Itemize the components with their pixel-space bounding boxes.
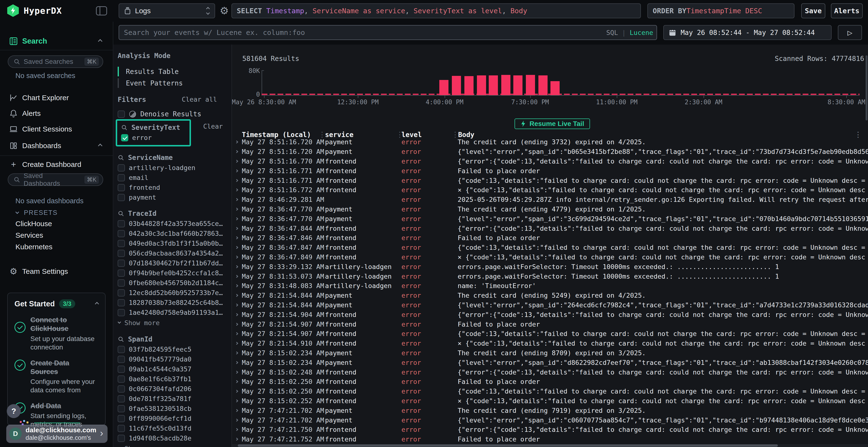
results-histogram[interactable]: 80K 0 May 26 8:30:00 AM12:30:00 PM4:00:0… [232,44,868,107]
table-row[interactable]: May 27 8:46:29.281 AMerror2025-05-26T09:… [232,195,868,204]
table-row[interactable]: May 27 8:21:54.907 AMfrontenderror{"code… [232,329,868,339]
table-row[interactable]: May 27 7:47:21.702 AMpaymenterrorThe cre… [232,406,868,415]
alerts-button[interactable]: Alerts [831,3,863,18]
histogram-bar[interactable] [526,75,535,95]
sidebar-item-client-sessions[interactable]: Client Sessions [0,123,113,135]
filter-item[interactable]: 049ed0ac3fdb1f3f15a0b0b… [116,238,223,248]
table-row[interactable]: May 27 8:51:16.771 AMfrontenderror{"code… [232,176,868,185]
checkbox[interactable] [118,366,125,373]
checkbox[interactable] [118,395,125,403]
saved-searches-input[interactable]: Saved Searches ⌘K [8,56,103,68]
table-row[interactable]: May 27 8:51:16.720 AMpaymenterrorThe cre… [232,137,868,147]
filter-group-name[interactable]: TraceId [128,209,156,217]
sidebar-collapse-icon[interactable] [96,6,107,15]
filter-item[interactable]: email [116,173,195,182]
table-row[interactable]: May 27 8:21:54.907 AMfrontenderrorFailed… [232,319,868,329]
filter-item[interactable]: 03f7b824595feec5 [116,344,191,354]
checkbox[interactable] [118,240,125,247]
brand[interactable]: HyperDX [7,4,62,17]
sidebar-item-team-settings[interactable]: ⚙ Team Settings [0,265,113,278]
checkbox[interactable] [118,346,125,353]
filter-item[interactable]: 056cd9acbaac8637a4354a2… [116,248,223,258]
toggle-sql[interactable]: SQL [606,29,618,36]
table-row[interactable]: May 27 8:51:16.772 AMfrontenderror× {"co… [232,185,868,195]
checkbox[interactable] [118,405,125,412]
histogram-bar[interactable] [452,76,461,95]
filter-item[interactable]: 0c0667304fafd206 [116,384,191,394]
checkbox[interactable] [118,289,125,297]
horizontal-scrollbar-thumb[interactable] [238,444,778,447]
chevron-up-icon[interactable] [95,302,99,306]
preset-services[interactable]: Services [16,231,43,239]
checkbox[interactable] [118,279,125,286]
checkbox[interactable] [118,425,125,432]
table-row[interactable]: May 27 8:15:02.250 AMfrontenderrorFailed… [232,377,868,386]
filter-item[interactable]: 07d184304627bf2f11b67dd… [116,258,223,268]
table-row[interactable]: May 27 8:15:02.248 AMfrontenderror{"erro… [232,367,868,377]
checkbox[interactable] [118,415,125,422]
table-row[interactable]: May 27 7:47:21.702 AMpaymenterror{"level… [232,415,868,425]
checkbox[interactable] [118,230,125,237]
table-row[interactable]: May 27 8:36:47.844 AMfrontenderror{"erro… [232,224,868,233]
table-row[interactable]: May 27 8:36:47.847 AMfrontenderror{"code… [232,243,868,252]
histogram-bar[interactable] [513,75,523,95]
table-row[interactable]: May 27 8:36:47.770 AMpaymenterrorThe cre… [232,204,868,214]
filter-item[interactable]: 1d94f08c5acdb28e [116,433,191,443]
table-row[interactable]: May 27 8:15:02.234 AMpaymenterrorThe cre… [232,348,868,358]
filter-item[interactable]: 09ab1c4544c9a357 [116,364,191,374]
checkbox[interactable] [118,110,125,118]
checkbox[interactable] [118,260,125,267]
filter-item[interactable]: 12ec8dd52b60b9525733b7e… [116,288,223,298]
save-button[interactable]: Save [801,3,825,18]
histogram-bar[interactable] [538,75,548,95]
step-title[interactable]: Create Data Sources [30,358,98,376]
checkbox[interactable] [118,194,125,201]
checkbox[interactable] [118,309,125,316]
table-row[interactable]: May 27 8:31:53.073 AMartillery-loadgener… [232,271,868,281]
table-row[interactable]: May 27 8:36:47.849 AMfrontenderror× {"co… [232,252,868,262]
checkbox[interactable] [118,375,125,383]
filter-item[interactable]: 11c67fe55c0d13fd [116,423,191,433]
filter-item[interactable]: frontend [116,182,195,193]
histogram-bar[interactable] [439,80,448,95]
sidebar-item-chart-explorer[interactable]: Chart Explorer [0,92,113,104]
preset-kubernetes[interactable]: Kubernetes [16,243,52,251]
table-row[interactable]: May 27 8:15:02.252 AMfrontenderror× {"co… [232,396,868,406]
run-query-button[interactable]: ▷ [838,25,862,40]
table-row[interactable]: May 27 8:21:54.844 AMpaymenterrorThe cre… [232,291,868,300]
show-more-button[interactable]: Show more [116,317,231,328]
preset-clickhouse[interactable]: ClickHouse [16,220,52,228]
sidebar-item-alerts[interactable]: Alerts [0,107,113,120]
filter-item[interactable]: 0f94b9befe0b4252ccfa1c8… [116,268,223,278]
checkbox[interactable] [118,174,125,181]
denoise-checkbox[interactable]: Denoise Results [118,110,201,118]
search-input[interactable] [119,25,657,40]
sql-select-editor[interactable]: SELECT Timestamp, ServiceName as service… [231,3,641,18]
table-row[interactable]: May 27 8:51:16.770 AMfrontenderror{"erro… [232,157,868,166]
toggle-lucene[interactable]: Lucene [629,29,653,36]
order-by-editor[interactable]: ORDER BY TimestampTime DESC [647,3,795,18]
histogram-bar[interactable] [551,81,560,95]
filter-item[interactable]: 1ae42480d758e9ab91193a1… [116,308,223,317]
mode-results-table[interactable]: Results Table [118,66,219,77]
checkbox[interactable] [118,299,125,306]
filter-group-name[interactable]: SeverityText [131,124,180,132]
sidebar-item-search[interactable]: Search [0,34,113,48]
clear-filter-button[interactable]: Clear [203,123,223,130]
filter-item[interactable]: 0ae8e1f6c6b37fb1 [116,374,191,384]
filter-item[interactable]: 18287038b73e882425c64b8… [116,298,223,308]
filter-item[interactable]: 03b44828f42a3573ea655ce… [116,219,223,229]
filter-group-name[interactable]: ServiceName [128,153,173,162]
filter-item[interactable]: 0fae5381230518cb [116,404,191,414]
checkbox[interactable] [118,220,125,227]
checkbox-checked[interactable] [121,134,128,141]
filter-item[interactable]: 042a30c3dc1baf660b27863… [116,229,223,238]
table-row[interactable]: May 27 8:51:16.771 AMfrontenderrorFailed… [232,166,868,176]
user-menu[interactable]: D dale@clickhouse.com dale@clickhouse.co… [6,424,107,443]
table-row[interactable]: May 27 8:36:47.846 AMfrontenderrorFailed… [232,233,868,243]
histogram-bar[interactable] [489,75,498,95]
filter-item[interactable]: 09041fb457779da0 [116,354,191,364]
histogram-bar[interactable] [477,75,486,95]
table-row[interactable]: May 27 7:47:21.750 AMfrontenderror{"erro… [232,425,868,435]
table-row[interactable]: May 27 7:47:21.752 AMfrontenderrorFailed… [232,435,868,444]
